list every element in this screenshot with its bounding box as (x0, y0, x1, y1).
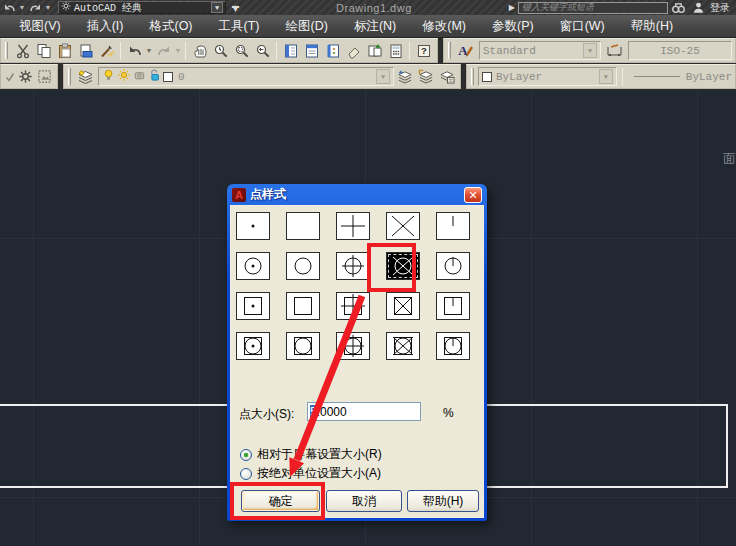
undo-dropdown-icon[interactable]: ▼ (18, 4, 26, 11)
copy-with-base-point-icon[interactable] (75, 40, 96, 61)
chevron-down-icon[interactable]: ▼ (376, 69, 390, 84)
markup-set-manager-icon[interactable] (364, 40, 385, 61)
layer-on-lightbulb-icon[interactable] (102, 68, 115, 85)
layer-name: 0 (178, 71, 185, 83)
toolbar-dock: ▼ ▼ ? A (0, 38, 736, 90)
search-input[interactable]: 键入关键字或短语 (518, 2, 668, 14)
expand-arrow-icon[interactable]: ▶ (509, 3, 515, 12)
point-style-cell-square-tick[interactable] (436, 292, 470, 320)
tool-palettes-icon[interactable] (322, 40, 343, 61)
search-binoculars-icon[interactable] (671, 1, 686, 14)
match-properties-icon[interactable] (96, 40, 117, 61)
workspace-settings-gear-icon[interactable] (16, 66, 35, 87)
radio-absolute-units[interactable] (240, 468, 252, 480)
point-style-cell-circle-square-tick[interactable] (436, 332, 470, 360)
redo-dropdown-icon[interactable]: ▼ (174, 47, 182, 54)
undo-icon[interactable] (124, 40, 145, 61)
user-icon[interactable] (692, 1, 705, 14)
point-style-cell-circle-square-plus[interactable] (336, 332, 370, 360)
layer-previous-icon[interactable] (415, 66, 436, 87)
layer-select[interactable]: 0 ▼ (98, 67, 394, 86)
point-style-cell-circle-plus[interactable] (336, 252, 370, 280)
menu-window[interactable]: 窗口(W) (547, 15, 618, 38)
menu-draw[interactable]: 绘图(D) (273, 15, 341, 38)
help-icon[interactable]: ? (413, 40, 434, 61)
point-style-cell-circle-square[interactable] (286, 332, 320, 360)
redo-icon[interactable] (153, 40, 174, 61)
point-style-cell-cross[interactable] (386, 212, 420, 240)
quickcalc-icon[interactable] (385, 40, 406, 61)
paste-icon[interactable] (54, 40, 75, 61)
radio-relative-to-screen[interactable] (240, 449, 252, 461)
designcenter-icon[interactable] (301, 40, 322, 61)
point-style-cell-circle-cross[interactable] (386, 252, 420, 280)
chevron-down-icon[interactable]: ▼ (583, 43, 597, 58)
undo-dropdown-icon[interactable]: ▼ (145, 47, 153, 54)
make-object-layer-current-icon[interactable] (394, 66, 415, 87)
menu-parametric[interactable]: 参数(P) (479, 15, 547, 38)
zoom-window-icon[interactable] (231, 40, 252, 61)
text-style-select[interactable]: Standard ▼ (479, 41, 601, 60)
undo-icon[interactable] (0, 1, 18, 14)
point-style-cell-square[interactable] (286, 292, 320, 320)
ok-button[interactable]: 确定 (241, 490, 320, 512)
svg-text:?: ? (421, 45, 427, 56)
point-style-cell-circle-tick[interactable] (436, 252, 470, 280)
point-size-input[interactable]: 5.0000 (307, 402, 421, 421)
chevron-down-icon[interactable]: ▼ (599, 69, 613, 84)
point-style-cell-plus[interactable] (336, 212, 370, 240)
redo-icon[interactable] (26, 1, 44, 14)
point-style-cell-circle-dot[interactable] (236, 252, 270, 280)
radio-relative-row: 相对于屏幕设置大小(R) (240, 446, 382, 463)
pan-hand-icon[interactable] (189, 40, 210, 61)
point-style-cell-blank[interactable] (286, 212, 320, 240)
document-title: Drawing1.dwg (239, 2, 509, 14)
layers-toolbar: 0 ▼ (63, 64, 461, 89)
text-style-icon[interactable]: A (455, 40, 476, 61)
layer-properties-manager-icon[interactable] (75, 66, 96, 87)
zoom-realtime-icon[interactable] (210, 40, 231, 61)
layer-thaw-sun-icon[interactable] (117, 68, 131, 85)
close-icon[interactable]: ✕ (464, 187, 482, 203)
point-style-cell-tick[interactable] (436, 212, 470, 240)
copy-icon[interactable] (33, 40, 54, 61)
toolbar-grip[interactable] (68, 68, 71, 85)
point-style-cell-square-dot[interactable] (236, 292, 270, 320)
toolbar-grip[interactable] (448, 42, 451, 59)
dim-style-icon[interactable] (604, 40, 625, 61)
login-button[interactable]: 登录 (710, 1, 730, 15)
color-select[interactable]: ByLayer ▼ (478, 67, 617, 86)
point-style-cell-circle[interactable] (286, 252, 320, 280)
point-style-cell-square-cross[interactable] (386, 292, 420, 320)
help-button[interactable]: 帮助(H) (407, 490, 479, 512)
dialog-titlebar[interactable]: A 点样式 ✕ (230, 184, 484, 205)
layer-plot-icon[interactable] (133, 69, 146, 85)
menu-modify[interactable]: 修改(M) (409, 15, 479, 38)
layer-color-swatch[interactable] (163, 72, 173, 82)
menu-view[interactable]: 视图(V) (6, 15, 74, 38)
layer-unlock-icon[interactable] (148, 68, 161, 85)
point-style-cell-square-plus[interactable] (336, 292, 370, 320)
toolbar-overflow-icon[interactable]: ▬▼ (232, 4, 239, 12)
dim-style-select[interactable]: ISO-25 (628, 41, 732, 60)
menu-tools[interactable]: 工具(T) (206, 15, 273, 38)
workspace-dropdown[interactable]: AutoCAD 经典 ▼ (58, 1, 226, 14)
cut-icon[interactable] (12, 40, 33, 61)
redo-dropdown-icon[interactable]: ▼ (44, 4, 52, 11)
sheet-set-manager-icon[interactable] (343, 40, 364, 61)
toolbar-grip[interactable] (471, 68, 474, 85)
chevron-down-icon[interactable]: ▼ (211, 2, 223, 13)
cancel-button[interactable]: 取消 (326, 490, 402, 512)
zoom-previous-icon[interactable] (252, 40, 273, 61)
toolbar-grip[interactable] (5, 42, 8, 59)
named-views-icon[interactable] (35, 66, 54, 87)
properties-palette-icon[interactable] (280, 40, 301, 61)
point-style-cell-dot[interactable] (236, 212, 270, 240)
menu-dimension[interactable]: 标注(N) (341, 15, 409, 38)
menu-insert[interactable]: 插入(I) (74, 15, 137, 38)
menu-help[interactable]: 帮助(H) (618, 15, 686, 38)
point-style-cell-circle-square-cross[interactable] (386, 332, 420, 360)
point-style-cell-circle-square-dot[interactable] (236, 332, 270, 360)
menu-format[interactable]: 格式(O) (136, 15, 205, 38)
layer-states-manager-icon[interactable] (436, 66, 457, 87)
